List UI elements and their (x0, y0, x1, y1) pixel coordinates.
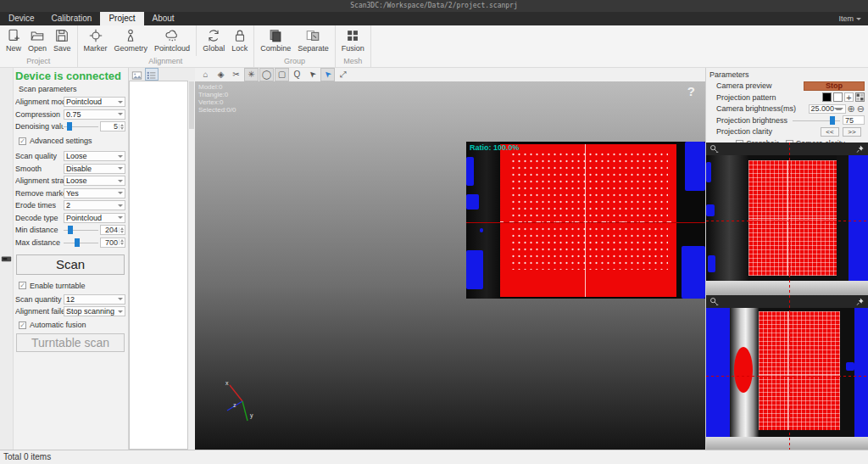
lasso-select-icon[interactable]: Q (291, 69, 303, 81)
cut-icon[interactable]: ✂ (230, 69, 242, 81)
stat-line: Model:0 (198, 83, 236, 91)
lock-label: Lock (231, 44, 248, 53)
projection-brightness-value[interactable]: 75 (843, 115, 865, 125)
projection-brightness-label: Projection brightness (709, 116, 793, 125)
scan-quality-select[interactable]: Loose (64, 151, 125, 161)
projection-brightness-slider[interactable] (793, 116, 840, 125)
enable-turntable-row: ✓Enable turntable (15, 281, 125, 291)
scrollbar-thumb[interactable] (189, 81, 194, 129)
clarity-decrease-button[interactable]: << (821, 127, 839, 137)
pattern-grid-icon[interactable] (855, 92, 865, 102)
camera-brightness-input[interactable]: 25.000 (809, 104, 846, 114)
pattern-cross-button[interactable]: + (844, 92, 854, 102)
enable-turntable-checkbox[interactable]: ✓ (19, 282, 26, 289)
pin-icon[interactable] (855, 144, 865, 154)
decode-type-select[interactable]: Pointcloud (64, 213, 125, 223)
left-camera-image (706, 155, 868, 281)
advanced-settings-checkbox[interactable]: ✓ (19, 137, 26, 145)
min-distance-slider-thumb[interactable] (68, 226, 73, 234)
max-distance-slider-thumb[interactable] (75, 238, 80, 247)
save-button[interactable]: Save (50, 26, 75, 56)
turntable-scan-button[interactable]: Turntable scan (16, 333, 125, 352)
projection-brightness-row: Projection brightness 75 (709, 115, 865, 126)
standard-view-icon[interactable]: ◈ (214, 69, 227, 81)
stop-button[interactable]: Stop (804, 81, 865, 91)
menu-tab-device[interactable]: Device (0, 12, 43, 25)
max-distance-slider[interactable] (64, 238, 98, 247)
scanline-dashes (500, 221, 676, 222)
combine-button[interactable]: Combine (257, 26, 294, 56)
new-icon (6, 28, 21, 43)
alignment-failed-value: Stop scanning (66, 307, 118, 316)
denoising-value-spinbox[interactable]: 5 (100, 121, 125, 131)
pan-icon[interactable]: ✳ (245, 69, 258, 81)
spinner-arrows[interactable] (119, 227, 125, 233)
min-distance-slider[interactable] (64, 226, 98, 234)
alignment-mode-value: Pointcloud (66, 98, 118, 106)
pointcloud-button[interactable]: Pointcloud (151, 26, 193, 56)
geometry-icon (123, 28, 138, 43)
magnifier-icon[interactable] (709, 144, 719, 154)
alignment-strateg-select[interactable]: Loose (64, 176, 125, 186)
menu-tab-about[interactable]: About (144, 12, 183, 25)
global-button[interactable]: Global (199, 26, 228, 56)
fusion-button[interactable]: Fusion (338, 26, 368, 56)
spinner-arrows[interactable] (119, 239, 125, 245)
help-icon[interactable]: ? (687, 84, 695, 98)
smooth-select[interactable]: Disable (64, 164, 125, 174)
max-distance-spinbox[interactable]: 700 (100, 238, 125, 248)
pattern-white-swatch[interactable] (833, 92, 843, 102)
camera-brightness-label: Camera brightness(ms) (709, 104, 809, 113)
menu-tab-calibration[interactable]: Calibration (43, 12, 101, 25)
min-distance-row: Min distance204 (15, 225, 125, 235)
image-view-icon[interactable] (131, 69, 143, 80)
geometry-button[interactable]: Geometry (111, 26, 152, 56)
min-distance-spinbox[interactable]: 204 (100, 225, 125, 235)
compression-select[interactable]: 0.75 (64, 109, 125, 120)
fit-view-icon[interactable]: ⤢ (337, 69, 349, 81)
pick-move-icon[interactable]: ➤ (321, 69, 334, 81)
model-list-scrollbar[interactable] (188, 81, 195, 450)
pin-icon[interactable] (855, 297, 865, 306)
erode-times-select[interactable]: 2 (64, 200, 125, 210)
lock-button[interactable]: Lock (228, 26, 251, 56)
menu-tab-project[interactable]: Project (100, 12, 143, 25)
decode-type-value: Pointcloud (66, 214, 118, 222)
viewport-canvas[interactable]: Model:0Triangle:0Vertex:0Selected:0/0 ? … (195, 81, 705, 450)
polygon-select-icon[interactable]: ▢ (275, 69, 288, 81)
magnifier-icon[interactable] (709, 297, 719, 306)
remove-markers-select[interactable]: Yes (64, 188, 125, 198)
item-menu-dropdown[interactable]: Item (832, 12, 868, 25)
scan-button[interactable]: Scan (16, 254, 125, 275)
scan-parameters-title: Scan parameters (19, 85, 125, 93)
list-view-icon[interactable] (146, 69, 158, 80)
projection-clarity-label: Projection clarity (709, 127, 821, 136)
alignment-mode-select[interactable]: Pointcloud (64, 97, 125, 107)
pattern-black-swatch[interactable] (822, 92, 832, 102)
device-icon[interactable] (1, 435, 12, 450)
lock-icon (232, 28, 248, 43)
denoising-value-slider[interactable] (64, 122, 98, 131)
denoising-value-slider-thumb[interactable] (67, 122, 72, 131)
erode-times-row: Erode times2 (15, 200, 125, 210)
separate-button[interactable]: Separate (294, 26, 332, 56)
circle-select-icon[interactable]: ◯ (260, 69, 273, 81)
ribbon-group-group: CombineSeparateGroup (254, 25, 336, 67)
alignment-failed-select[interactable]: Stop scanning (64, 306, 125, 316)
scan-quantity-select[interactable]: 12 (64, 294, 125, 305)
slider-thumb[interactable] (830, 116, 835, 125)
new-button[interactable]: New (3, 26, 25, 56)
automatic-fusion-checkbox[interactable]: ✓ (19, 321, 26, 329)
denoising-value-label: Denoising value (15, 122, 64, 131)
open-button[interactable]: Open (25, 26, 50, 56)
clarity-increase-button[interactable]: >> (843, 127, 861, 137)
brightness-decrease-button[interactable]: ⊖ (857, 104, 865, 114)
home-icon[interactable]: ⌂ (199, 69, 212, 81)
marker-button[interactable]: Marker (81, 26, 111, 56)
spinner-arrows[interactable] (119, 124, 125, 130)
camera-preview-overlay: Ratio: 100.0% (466, 142, 705, 299)
pick-rect-icon[interactable]: ➤ (306, 69, 319, 81)
separate-icon (305, 28, 320, 43)
model-list[interactable] (129, 81, 188, 450)
brightness-increase-button[interactable]: ⊕ (848, 104, 855, 114)
